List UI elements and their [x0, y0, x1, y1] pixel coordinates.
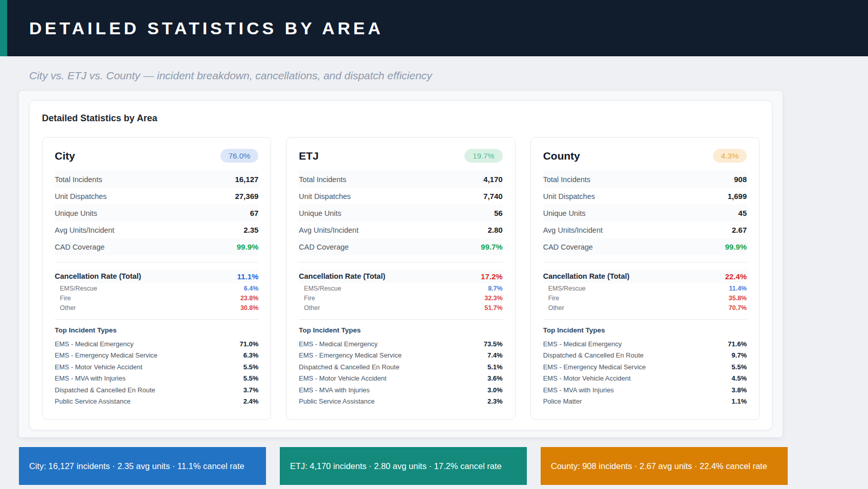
- top-types-header: Top Incident Types: [543, 326, 747, 334]
- type-label: EMS - Motor Vehicle Accident: [543, 374, 631, 382]
- type-value: 4.5%: [731, 374, 747, 382]
- summary-bar-city: City: 16,127 incidents · 2.35 avg units …: [19, 447, 266, 485]
- stat-row-avg-units: Avg Units/Incident 2.80: [299, 221, 502, 238]
- stats-card: Detailed Statistics by Area City 76.0% T…: [29, 100, 772, 430]
- stat-row-unique-units: Unique Units 56: [299, 205, 502, 221]
- type-label: EMS - Medical Emergency: [543, 340, 622, 348]
- stat-label: CAD Coverage: [55, 243, 105, 251]
- area-header: County 4.3%: [543, 149, 747, 163]
- stat-row-avg-units: Avg Units/Incident 2.67: [543, 221, 747, 238]
- stat-row-unit-dispatches: Unit Dispatches 7,740: [299, 188, 502, 205]
- type-row: EMS - Medical Emergency 71.0%: [55, 338, 258, 350]
- type-row: Dispatched & Cancelled En Route 9.7%: [543, 350, 747, 362]
- stat-value: 27,369: [235, 192, 258, 201]
- summary-bar-county: County: 908 incidents · 2.67 avg units ·…: [541, 447, 788, 485]
- stat-value: 99.9%: [725, 242, 747, 251]
- divider: [55, 262, 258, 262]
- divider: [299, 319, 502, 320]
- stat-value: 2.80: [487, 226, 502, 234]
- cancel-sub-row: Fire 35.8%: [543, 293, 747, 303]
- area-header: City 76.0%: [55, 149, 258, 163]
- cancel-sub-row: Fire 23.8%: [55, 293, 258, 303]
- type-label: EMS - Motor Vehicle Accident: [299, 374, 386, 382]
- stat-value: 4,170: [483, 175, 503, 184]
- type-row: EMS - Motor Vehicle Accident 3.6%: [299, 373, 502, 385]
- type-label: Public Service Assistance: [299, 397, 374, 405]
- stat-label: CAD Coverage: [299, 243, 349, 251]
- cancel-sub-value: 6.4%: [244, 285, 259, 292]
- share-badge: 19.7%: [464, 149, 503, 163]
- type-label: EMS - Medical Emergency: [299, 340, 377, 348]
- cancel-sub-label: Fire: [304, 295, 315, 302]
- area-name: County: [543, 150, 580, 162]
- type-label: EMS - Emergency Medical Service: [543, 363, 646, 371]
- stat-row-total-incidents: Total Incidents 4,170: [299, 171, 502, 188]
- divider: [55, 319, 258, 320]
- stat-label: Total Incidents: [543, 175, 591, 184]
- stat-row-unit-dispatches: Unit Dispatches 27,369: [55, 188, 258, 205]
- stat-row-total-incidents: Total Incidents 16,127: [55, 171, 258, 188]
- cancellation-total-row: Cancellation Rate (Total) 22.4%: [543, 269, 747, 283]
- type-label: EMS - Emergency Medical Service: [299, 351, 402, 359]
- stat-row-unique-units: Unique Units 67: [55, 205, 258, 221]
- type-label: Dispatched & Cancelled En Route: [55, 386, 155, 394]
- cancellation-value: 11.1%: [237, 272, 259, 281]
- stat-label: Unique Units: [299, 209, 341, 217]
- stat-label: Avg Units/Incident: [55, 226, 115, 234]
- stat-label: Unit Dispatches: [299, 192, 351, 201]
- page-header: DETAILED STATISTICS BY AREA: [0, 0, 868, 56]
- cancel-sub-row: Other 30.8%: [55, 303, 258, 313]
- cancel-sub-label: Fire: [548, 295, 560, 302]
- stat-value: 56: [494, 209, 503, 217]
- summary-text: ETJ: 4,170 incidents · 2.80 avg units · …: [290, 460, 502, 473]
- stat-label: Unique Units: [55, 209, 97, 217]
- cancel-sub-label: EMS/Rescue: [548, 285, 586, 292]
- stat-label: Unique Units: [543, 209, 586, 217]
- cancel-sub-row: Other 51.7%: [299, 303, 502, 313]
- type-value: 5.1%: [487, 363, 503, 371]
- type-value: 5.5%: [243, 363, 259, 371]
- divider: [543, 262, 747, 262]
- stat-label: Avg Units/Incident: [543, 226, 603, 234]
- share-badge: 76.0%: [220, 149, 259, 163]
- cancel-sub-value: 11.4%: [729, 285, 747, 292]
- area-columns: City 76.0% Total Incidents 16,127 Unit D…: [42, 137, 760, 420]
- type-value: 71.0%: [239, 340, 258, 348]
- type-row: Dispatched & Cancelled En Route 5.1%: [299, 361, 502, 373]
- type-row: Public Service Assistance 2.4%: [55, 396, 258, 408]
- page-subtitle: City vs. ETJ vs. County — incident break…: [29, 70, 868, 82]
- type-label: EMS - Motor Vehicle Accident: [55, 363, 142, 371]
- divider: [543, 319, 747, 320]
- type-value: 7.4%: [487, 351, 503, 359]
- stat-row-avg-units: Avg Units/Incident 2.35: [55, 221, 258, 238]
- type-label: EMS - MVA with Injuries: [55, 374, 125, 382]
- cancellation-label: Cancellation Rate (Total): [543, 272, 630, 280]
- cancellation-total-row: Cancellation Rate (Total) 11.1%: [55, 269, 258, 283]
- cancel-sub-label: Fire: [60, 295, 71, 302]
- type-row: EMS - Emergency Medical Service 5.5%: [543, 361, 747, 373]
- divider: [299, 262, 502, 262]
- stat-value: 1,699: [727, 192, 747, 201]
- summary-bar-etj: ETJ: 4,170 incidents · 2.80 avg units · …: [280, 447, 527, 485]
- type-label: Dispatched & Cancelled En Route: [543, 351, 644, 359]
- stat-row-total-incidents: Total Incidents 908: [543, 171, 747, 188]
- area-name: City: [55, 150, 75, 162]
- stat-row-cad-coverage: CAD Coverage 99.7%: [299, 238, 502, 255]
- type-row: Police Matter 1.1%: [543, 396, 747, 408]
- type-row: EMS - MVA with Injuries 3.0%: [299, 384, 502, 396]
- type-value: 6.3%: [243, 351, 259, 359]
- type-value: 3.8%: [731, 386, 747, 394]
- type-row: Public Service Assistance 2.3%: [299, 396, 502, 408]
- header-accent-strip: [0, 0, 7, 56]
- cancel-sub-value: 23.8%: [240, 295, 258, 302]
- type-value: 9.7%: [731, 351, 747, 359]
- stat-label: Unit Dispatches: [543, 192, 595, 201]
- type-row: Dispatched & Cancelled En Route 3.7%: [55, 384, 258, 396]
- stats-panel: Detailed Statistics by Area City 76.0% T…: [19, 91, 783, 437]
- cancel-sub-row: EMS/Rescue 8.7%: [299, 283, 502, 293]
- cancellation-label: Cancellation Rate (Total): [299, 272, 385, 280]
- stat-label: Total Incidents: [299, 175, 346, 184]
- area-card-county: County 4.3% Total Incidents 908 Unit Dis…: [530, 137, 760, 420]
- type-value: 73.5%: [484, 340, 503, 348]
- stat-label: CAD Coverage: [543, 243, 593, 251]
